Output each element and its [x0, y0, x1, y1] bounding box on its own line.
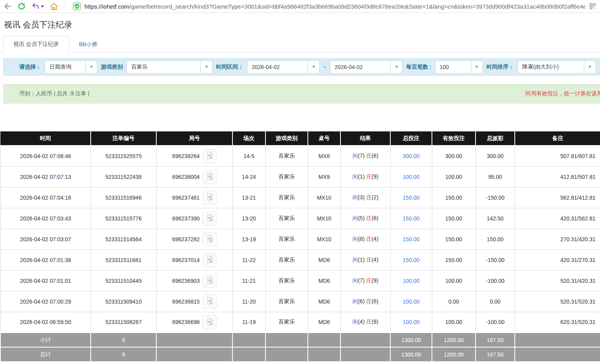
reload-icon[interactable]: [17, 2, 26, 11]
cell-bet-number: 523311515776: [91, 208, 156, 229]
filter-bar: 请选择： 日期查询 游戏类别 百家乐 时间区间： 2026-04-02 ~ 20…: [3, 58, 600, 76]
player-label: 闲: [352, 257, 358, 263]
cell-round-number: 696237390: [156, 208, 232, 229]
cell-valid-bet: 100.00: [432, 312, 476, 333]
cell-bet-number: 523311510445: [91, 270, 156, 291]
date-to-select[interactable]: 2026-04-02: [330, 60, 402, 74]
chevron-down-icon[interactable]: [41, 5, 44, 7]
query-mode-select[interactable]: 日期查询: [45, 60, 97, 74]
total-bet-link[interactable]: 100.00: [403, 298, 420, 305]
cell-total-bet: 100.00: [390, 291, 432, 312]
column-header-9: 总派彩: [476, 131, 515, 146]
cell-table-number: MD6: [308, 312, 340, 333]
tab-bb-tip[interactable]: BB小费: [69, 37, 107, 53]
cell-game-type: 百家乐: [265, 270, 308, 291]
page-size-select[interactable]: 100: [435, 60, 483, 74]
game-type-label: 游戏类别: [101, 64, 123, 71]
table-row: 2026-04-02 07:01:38523311511681696237014…: [0, 249, 600, 270]
cell-payout: -100.00: [476, 312, 515, 333]
table-row: 2026-04-02 07:03:07523311514564696237282…: [0, 229, 600, 249]
total-bet-link[interactable]: 150.00: [403, 257, 420, 263]
player-label: 闲: [352, 277, 358, 284]
cell-result: 闲(3) 庄(2): [340, 187, 390, 208]
cell-remark: 620.31/520.31: [515, 312, 600, 333]
total-bet-link[interactable]: 150.00: [403, 236, 420, 242]
home-icon[interactable]: [49, 2, 58, 11]
game-type-select[interactable]: 百家乐: [126, 60, 212, 74]
player-label: 闲: [352, 153, 358, 159]
cell-payout: 95.00: [476, 166, 515, 187]
film-document-icon: [205, 255, 214, 265]
result-score: (4): [371, 236, 378, 242]
cell-total-bet: 100.00: [390, 312, 432, 333]
result-score: (6): [371, 215, 378, 221]
cell-result: 闲(1) 庄(9): [340, 166, 390, 187]
cell-round-number: 696236903: [156, 270, 232, 291]
video-replay-button[interactable]: [203, 232, 217, 246]
total-empty-game: [265, 347, 308, 362]
back-icon[interactable]: [3, 2, 12, 11]
cell-time: 2026-04-02 07:03:43: [0, 208, 91, 229]
total-bet-link[interactable]: 150.00: [403, 195, 420, 201]
banker-label: 庄: [366, 257, 371, 263]
video-replay-button[interactable]: [203, 274, 217, 288]
film-document-icon: [205, 213, 214, 223]
video-replay-button[interactable]: [203, 170, 217, 184]
security-shield-icon[interactable]: [73, 2, 81, 11]
video-replay-button[interactable]: [203, 315, 217, 329]
total-bet-link[interactable]: 300.00: [403, 153, 420, 159]
cell-total-bet: 150.00: [390, 229, 432, 249]
banker-label: 庄: [366, 236, 371, 242]
cell-time: 2026-04-02 07:08:46: [0, 146, 91, 166]
total-total-bet: 1300.00: [390, 333, 432, 347]
cell-total-bet: 150.00: [390, 208, 432, 229]
undo-menu[interactable]: [31, 2, 44, 11]
cell-round-number: 696237014: [156, 249, 232, 270]
cell-remark: 420.31/562.81: [515, 208, 600, 229]
column-header-8: 有效投注: [432, 131, 476, 146]
video-replay-button[interactable]: [203, 295, 217, 309]
video-replay-button[interactable]: [203, 253, 217, 267]
undo-icon[interactable]: [31, 2, 40, 11]
result-score: (8): [358, 236, 366, 242]
total-bet-link[interactable]: 150.00: [403, 215, 420, 222]
video-replay-button[interactable]: [203, 211, 217, 226]
total-bet-link[interactable]: 100.00: [403, 174, 420, 180]
total-payout: 187.50: [476, 347, 515, 362]
cell-payout: -150.00: [476, 187, 515, 208]
cell-valid-bet: 150.00: [432, 229, 476, 249]
address-bar[interactable]: https://iohetf.com/game/betrecord_search…: [84, 3, 585, 10]
cell-remark: 520.31/520.31: [515, 291, 600, 312]
tab-bet-records[interactable]: 视讯 会员下注纪录: [3, 36, 69, 53]
video-replay-button[interactable]: [203, 149, 217, 163]
sort-select[interactable]: 降幂(由大到小): [518, 60, 596, 74]
cell-bet-number: 523311508267: [91, 312, 156, 333]
cell-bet-number: 523311516946: [91, 187, 156, 208]
result-score: (3): [358, 194, 366, 200]
cell-round-number: 696236815: [156, 291, 232, 312]
table-row: 2026-04-02 07:08:46523311525575696238264…: [0, 146, 600, 166]
player-label: 闲: [352, 236, 358, 242]
cell-game-type: 百家乐: [265, 187, 308, 208]
cell-result: 闲(4) 庄(9): [340, 312, 390, 333]
cell-remark: 507.81/807.81: [515, 146, 600, 166]
chevron-down-icon: [307, 61, 319, 73]
column-header-2: 局号: [156, 131, 232, 146]
date-from-select[interactable]: 2026-04-02: [247, 60, 320, 74]
query-mode-label: 请选择：: [19, 64, 41, 71]
film-document-icon: [205, 276, 214, 286]
column-header-10: 备注: [515, 131, 600, 146]
cell-table-number: MX9: [308, 166, 340, 187]
total-bet-link[interactable]: 100.00: [403, 319, 420, 325]
cell-total-bet: 300.00: [390, 146, 432, 166]
cell-session: 11-22: [232, 249, 265, 270]
cell-game-type: 百家乐: [265, 312, 308, 333]
column-header-7: 总投注: [390, 131, 432, 146]
qr-code-icon[interactable]: [588, 2, 597, 11]
result-score: (9): [371, 277, 378, 284]
cell-session: 13-21: [232, 187, 265, 208]
total-bet-link[interactable]: 100.00: [403, 278, 420, 284]
valid-bet-notice: 同局有效投注，统一计算在该局: [525, 90, 600, 97]
cell-time: 2026-04-02 07:07:13: [0, 166, 91, 187]
video-replay-button[interactable]: [203, 191, 217, 205]
